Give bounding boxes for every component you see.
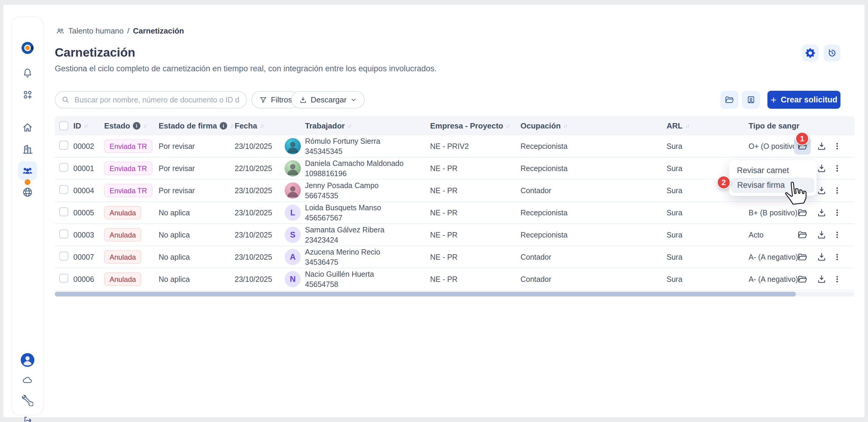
wrench-icon[interactable] xyxy=(22,395,33,406)
open-folder-icon xyxy=(797,274,808,284)
worker-document: 23423424 xyxy=(305,235,384,245)
worker-document: 456567567 xyxy=(305,213,381,223)
download-action-button[interactable] xyxy=(813,249,830,265)
search-box xyxy=(55,91,247,109)
col-tipo-sangre[interactable]: Tipo de sangr xyxy=(749,121,800,130)
globe-icon[interactable] xyxy=(22,186,33,198)
sort-icon: ↓↑ xyxy=(685,123,689,129)
row-menu-button[interactable] xyxy=(829,160,845,177)
worker-avatar: L xyxy=(285,205,301,221)
row-menu-button[interactable] xyxy=(829,138,845,155)
settings-button[interactable] xyxy=(802,44,818,61)
download-button[interactable]: Descargar xyxy=(291,91,365,109)
row-menu-button[interactable] xyxy=(829,204,845,221)
folder-action-button[interactable] xyxy=(794,204,811,221)
row-menu-button[interactable] xyxy=(829,249,845,265)
id-badge-button[interactable] xyxy=(742,91,760,109)
folder-action-button[interactable] xyxy=(794,227,811,243)
row-checkbox[interactable] xyxy=(59,185,68,194)
download-icon xyxy=(299,96,307,104)
sort-icon: ↓↑ xyxy=(260,123,264,129)
download-action-button[interactable] xyxy=(813,227,830,243)
menu-item-revisar-carnet[interactable]: Revisar carnet xyxy=(732,163,814,178)
home-icon[interactable] xyxy=(22,122,33,133)
folder-library-button[interactable] xyxy=(720,91,738,109)
download-icon xyxy=(816,208,827,218)
select-all-checkbox[interactable] xyxy=(59,121,68,130)
col-empresa-proyecto[interactable]: Empresa - Proyecto↓↑ xyxy=(430,121,509,130)
status-badge: Anulada xyxy=(104,273,141,286)
date: 23/10/2025 xyxy=(235,275,272,283)
occupation: Recepcionista xyxy=(521,142,567,151)
download-action-button[interactable] xyxy=(813,271,830,288)
row-id: 00004 xyxy=(73,186,94,195)
search-input[interactable] xyxy=(74,95,240,104)
row-checkbox[interactable] xyxy=(59,230,68,238)
worker-document: 1098816196 xyxy=(305,168,403,179)
info-icon[interactable]: i xyxy=(220,122,227,130)
people-team-icon[interactable] xyxy=(21,164,34,177)
user-avatar[interactable] xyxy=(20,353,35,367)
notifications-bell-icon[interactable] xyxy=(22,67,33,79)
id-badge-icon xyxy=(746,95,756,104)
col-ocupacion[interactable]: Ocupación↓↑ xyxy=(521,121,567,130)
person-silhouette xyxy=(285,182,301,199)
worker-avatar: S xyxy=(285,227,301,243)
create-request-button[interactable]: + Crear solicitud xyxy=(768,91,840,109)
person-silhouette xyxy=(285,138,301,154)
folder-action-button[interactable] xyxy=(794,271,811,288)
table-row: 00003AnuladaNo aplica23/10/2025SSamanta … xyxy=(55,224,855,246)
breadcrumb: Talento humano / Carnetización xyxy=(56,26,184,36)
breadcrumb-section[interactable]: Talento humano xyxy=(68,26,124,36)
worker-avatar: A xyxy=(285,249,301,265)
worker-info: Rómulo Fortuny Sierra345345345 xyxy=(305,136,380,156)
download-action-button[interactable] xyxy=(813,204,830,221)
apps-add-icon[interactable] xyxy=(22,89,33,101)
table-header: ID↓↑ Estadoi↓↑ Estado de firmai↓↑ Fecha↓… xyxy=(55,116,855,135)
signature-status: Por revisar xyxy=(159,164,195,173)
worker-avatar xyxy=(285,160,301,176)
tutorial-step-badge-1: 1 xyxy=(795,132,809,146)
history-button[interactable] xyxy=(824,44,840,61)
row-menu-button[interactable] xyxy=(829,182,845,199)
worker-name: Rómulo Fortuny Sierra xyxy=(305,136,380,147)
download-icon xyxy=(816,185,827,195)
col-arl[interactable]: ARL↓↑ xyxy=(666,121,689,130)
table-row: 00006AnuladaNo aplica23/10/2025NNacio Gu… xyxy=(55,268,855,291)
row-checkbox[interactable] xyxy=(59,163,68,172)
occupation: Contador xyxy=(521,275,551,283)
download-action-button[interactable] xyxy=(813,138,830,155)
col-id[interactable]: ID↓↑ xyxy=(73,121,87,130)
folder-action-button[interactable] xyxy=(794,249,811,265)
col-estado-firma[interactable]: Estado de firmai↓↑ xyxy=(159,121,234,130)
gear-icon xyxy=(805,48,815,58)
row-checkbox[interactable] xyxy=(59,207,68,216)
logout-icon[interactable] xyxy=(22,415,33,422)
col-fecha[interactable]: Fecha↓↑ xyxy=(235,121,264,130)
blood-type: B+ (B positivo) xyxy=(749,208,797,217)
occupation: Recepcionista xyxy=(521,231,567,239)
arl: Sura xyxy=(666,275,682,283)
col-estado[interactable]: Estadoi↓↑ xyxy=(104,121,147,130)
kebab-menu-icon xyxy=(833,142,842,151)
cloud-icon[interactable] xyxy=(22,374,33,386)
company-building-icon[interactable] xyxy=(22,143,33,155)
date: 22/10/2025 xyxy=(235,164,272,173)
row-checkbox[interactable] xyxy=(59,251,68,261)
download-icon xyxy=(816,163,827,173)
row-checkbox[interactable] xyxy=(59,141,68,150)
breadcrumb-separator: / xyxy=(127,26,129,36)
row-checkbox[interactable] xyxy=(59,274,68,283)
status-badge: Enviada TR xyxy=(104,184,152,198)
kebab-menu-icon xyxy=(833,252,842,262)
info-icon[interactable]: i xyxy=(133,122,141,130)
row-id: 00001 xyxy=(73,164,94,173)
brand-logo-icon[interactable] xyxy=(21,41,34,55)
col-trabajador[interactable]: Trabajador↓↑ xyxy=(305,121,351,131)
row-menu-button[interactable] xyxy=(829,271,845,288)
blood-type: A- (A negativo) xyxy=(749,275,798,283)
row-menu-button[interactable] xyxy=(829,227,845,243)
scrollbar-thumb[interactable] xyxy=(55,292,796,297)
open-folder-icon xyxy=(797,252,808,262)
worker-avatar: N xyxy=(285,271,301,287)
